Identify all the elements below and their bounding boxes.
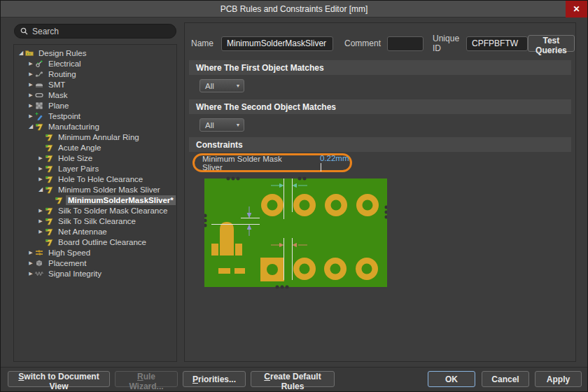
text-caret	[321, 163, 321, 172]
rule-icon	[45, 154, 54, 162]
tree-item-label: Silk To Silk Clearance	[56, 216, 138, 226]
tree-item-label: Silk To Solder Mask Clearance	[56, 206, 169, 216]
footer-bar: Switch to Document ViewRule Wizard...Pri…	[1, 367, 587, 391]
tree-item-hole-to-hole-clearance[interactable]: ▶Hole To Hole Clearance	[14, 174, 176, 184]
tree-item-label: Plane	[46, 101, 71, 111]
expand-arrow-icon[interactable]: ◢	[36, 184, 45, 195]
tree-item-label: SMT	[46, 80, 67, 90]
pcb-rules-editor-dialog: PCB Rules and Constraints Editor [mm] ✕ …	[0, 0, 588, 392]
name-input[interactable]	[221, 36, 333, 51]
ok-button[interactable]: OK	[428, 371, 475, 387]
tree-item-manufacturing[interactable]: ◢Manufacturing	[14, 121, 176, 132]
mask-icon	[35, 91, 44, 99]
rule-icon	[45, 227, 54, 236]
expand-arrow-icon[interactable]: ▶	[27, 90, 35, 100]
unique-id-label: Unique ID	[433, 34, 459, 53]
tree-item-label: Testpoint	[46, 111, 83, 121]
titlebar: PCB Rules and Constraints Editor [mm]	[1, 1, 587, 18]
search-input[interactable]	[32, 27, 170, 36]
expand-arrow-icon[interactable]: ▶	[36, 163, 45, 174]
tree-item-smt[interactable]: ▶SMT	[14, 79, 176, 90]
folder-icon	[25, 49, 34, 57]
expand-arrow-icon[interactable]: ▶	[27, 79, 35, 90]
tree-item-board-outline-clearance[interactable]: Board Outline Clearance	[14, 237, 176, 247]
tree-item-label: Acute Angle	[56, 143, 103, 153]
pcb-preview-image	[204, 176, 387, 294]
tree-item-label: Signal Integrity	[46, 269, 104, 279]
expand-arrow-icon[interactable]: ▶	[36, 174, 45, 184]
expand-arrow-icon[interactable]: ▶	[27, 58, 35, 69]
tree-item-high-speed[interactable]: ▶High Speed	[14, 247, 176, 258]
tree-item-minimumsoldermasksliver[interactable]: MinimumSolderMaskSliver*	[14, 195, 176, 205]
comment-input[interactable]	[387, 36, 424, 51]
electrical-icon	[35, 59, 44, 68]
tree-item-hole-size[interactable]: ▶Hole Size	[14, 153, 176, 163]
tree-item-label: Minimum Solder Mask Sliver	[56, 185, 162, 195]
tree-item-layer-pairs[interactable]: ▶Layer Pairs	[14, 163, 176, 174]
create-default-rules-button[interactable]: Create Default Rules	[251, 371, 335, 387]
tree-item-label: Hole To Hole Clearance	[56, 174, 145, 184]
tree-item-silk-to-silk-clearance[interactable]: ▶Silk To Silk Clearance	[14, 216, 176, 226]
rule-icon	[55, 196, 64, 204]
apply-button[interactable]: Apply	[535, 371, 582, 387]
min-solder-mask-sliver-label: Minimum Solder Mask Sliver	[195, 155, 303, 172]
constraint-highlight-ellipse: Minimum Solder Mask Sliver 0.22mm	[192, 153, 352, 172]
rule-icon	[45, 206, 54, 215]
expand-arrow-icon[interactable]: ▶	[27, 258, 35, 268]
expand-arrow-icon[interactable]: ▶	[27, 111, 35, 121]
chevron-down-icon: ▼	[232, 83, 244, 88]
tree-item-label: Design Rules	[36, 48, 88, 58]
expand-arrow-icon[interactable]: ▶	[27, 268, 35, 279]
first-match-value: All	[200, 82, 232, 90]
tree-item-mask[interactable]: ▶Mask	[14, 90, 176, 100]
tree-item-signal-integrity[interactable]: ▶Signal Integrity	[14, 268, 176, 279]
min-solder-mask-sliver-input[interactable]: 0.22mm	[320, 154, 350, 172]
expand-arrow-icon[interactable]: ◢	[27, 121, 35, 132]
rule-icon	[45, 238, 54, 246]
comment-label: Comment	[344, 38, 381, 48]
second-match-dropdown[interactable]: All ▼	[200, 118, 244, 132]
priorities-button[interactable]: Priorities...	[183, 371, 246, 387]
rule-wizard-button: Rule Wizard...	[115, 371, 178, 387]
expand-arrow-icon[interactable]: ▶	[36, 216, 45, 226]
rule-icon	[45, 144, 54, 152]
cancel-button[interactable]: Cancel	[482, 371, 529, 387]
dialog-title: PCB Rules and Constraints Editor [mm]	[220, 4, 368, 14]
switch-to-document-view-button[interactable]: Switch to Document View	[8, 371, 110, 387]
tree-item-plane[interactable]: ▶Plane	[14, 100, 176, 111]
plane-icon	[35, 102, 44, 110]
tree-item-minimum-solder-mask-sliver[interactable]: ◢Minimum Solder Mask Sliver	[14, 184, 176, 195]
search-icon	[20, 27, 28, 35]
expand-arrow-icon[interactable]: ◢	[17, 48, 25, 58]
routing-icon	[35, 70, 44, 78]
tree-item-routing[interactable]: ▶Routing	[14, 69, 176, 79]
tree-item-placement[interactable]: ▶Placement	[14, 258, 176, 268]
smt-icon	[35, 80, 44, 89]
tree-item-design-rules[interactable]: ◢Design Rules	[14, 48, 176, 58]
expand-arrow-icon[interactable]: ▶	[27, 69, 35, 79]
expand-arrow-icon[interactable]: ▶	[36, 205, 45, 216]
expand-arrow-icon[interactable]: ▶	[27, 100, 35, 111]
expand-arrow-icon[interactable]: ▶	[36, 153, 45, 163]
tree-item-electrical[interactable]: ▶Electrical	[14, 58, 176, 69]
unique-id-input[interactable]	[466, 36, 528, 51]
rule-icon	[45, 164, 54, 173]
tree-item-label: MinimumSolderMaskSliver*	[66, 195, 176, 205]
test-queries-button[interactable]: Test Queries	[528, 35, 575, 52]
tree-item-label: Placement	[46, 258, 88, 268]
tree-item-minimum-annular-ring[interactable]: Minimum Annular Ring	[14, 132, 176, 142]
first-match-dropdown[interactable]: All ▼	[200, 79, 244, 92]
tree-item-label: Routing	[46, 69, 78, 79]
tree-item-net-antennae[interactable]: ▶Net Antennae	[14, 226, 176, 237]
search-box[interactable]	[14, 24, 176, 38]
tree-item-testpoint[interactable]: ▶Testpoint	[14, 111, 176, 121]
expand-arrow-icon[interactable]: ▶	[36, 226, 45, 237]
tree-item-silk-to-solder-mask-clearance[interactable]: ▶Silk To Solder Mask Clearance	[14, 205, 176, 216]
rule-icon	[35, 122, 44, 131]
signal-icon	[35, 270, 44, 278]
rule-icon	[45, 133, 54, 141]
close-icon[interactable]: ✕	[566, 1, 587, 18]
tree-item-acute-angle[interactable]: Acute Angle	[14, 142, 176, 153]
second-match-value: All	[200, 121, 232, 130]
expand-arrow-icon[interactable]: ▶	[27, 247, 35, 258]
